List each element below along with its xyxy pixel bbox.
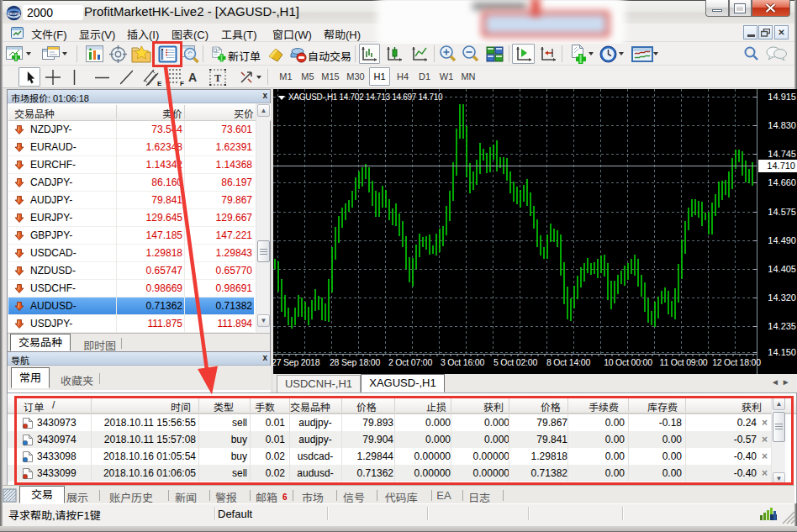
svg-text:T: T <box>214 72 221 84</box>
svg-text:E: E <box>157 80 162 87</box>
svg-text:PROFIT: PROFIT <box>8 12 21 16</box>
svg-text:F: F <box>180 80 184 87</box>
